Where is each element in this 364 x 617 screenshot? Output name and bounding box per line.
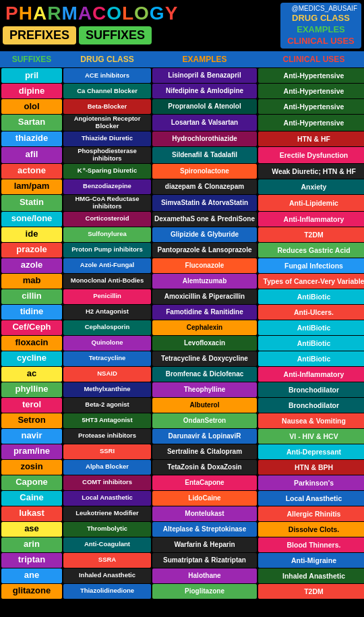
drug-class-cell: Alpha Blocker: [63, 460, 151, 475]
drug-class-cell: Inhaled Anasthetic: [63, 568, 151, 583]
table-row: lukastLeukotriene ModifierMontelukastAll…: [1, 506, 363, 521]
drug-class-cell: Thrombolytic: [63, 522, 151, 537]
th-clinical: CLINICAL USES: [258, 53, 364, 65]
drug-class-cell: Penicillin: [63, 289, 151, 304]
drug-class-cell: H2 Antagonist: [63, 305, 151, 320]
table-row: floxacinQuinoloneLevofloxacinAntiBiotic: [1, 336, 363, 351]
table-row: terolBeta-2 agonistAlbuterolBronchodilat…: [1, 398, 363, 413]
clinical-cell: HTN & BPH: [258, 460, 364, 475]
clinical-cell: Anti-Hypertensive: [258, 68, 364, 83]
clinical-cell: Anti-Hypertensive: [258, 99, 364, 114]
table-row: navirProtease inhibitorsDarunavir & Lopi…: [1, 429, 363, 444]
suffix-cell: ac: [1, 367, 62, 382]
suffix-cell: arin: [1, 537, 62, 552]
drug-class-cell: Ca Channel Blocker: [63, 84, 151, 98]
suffix-cell: Capone: [1, 475, 62, 490]
logo-text: @MEDICS_ABUSAIF: [284, 5, 357, 12]
suffix-cell: afil: [1, 147, 62, 163]
suffix-cell: cillin: [1, 289, 62, 304]
table-header: SUFFIXES DRUG CLASS EXAMPLES CLINICAL US…: [0, 51, 364, 67]
suffix-cell: lukast: [1, 506, 62, 521]
example-cell: Cephalexin: [152, 320, 257, 335]
clinical-cell: Inhaled Anasthetic: [258, 568, 364, 583]
drug-class-cell: Protease inhibitors: [63, 429, 151, 444]
suffix-cell: Sartan: [1, 115, 62, 131]
drug-class-cell: Leukotriene Modifier: [63, 506, 151, 521]
example-cell: Sumatriptan & Rizatriptan: [152, 553, 257, 568]
suffix-cell: navir: [1, 429, 62, 444]
suffix-cell: ane: [1, 568, 62, 583]
table-row: prazoleProton Pump inhibitorsPantoprazol…: [1, 243, 363, 258]
clinical-cell: VI - HIV & HCV: [258, 429, 364, 444]
example-cell: diazepam & Clonazepam: [152, 179, 257, 194]
examples-header: EXAMPLES: [284, 24, 357, 35]
drug-class-header: DRUG CLASS: [284, 12, 357, 24]
drug-class-cell: Corticosteroid: [63, 212, 151, 227]
header: PHARMACOLOGY PREFIXES SUFFIXES @MEDICS_A…: [0, 0, 364, 50]
suffix-cell: pril: [1, 68, 62, 83]
suffix-cell: prazole: [1, 243, 62, 258]
example-cell: Bromfenac & Diclofenac: [152, 367, 257, 382]
table-body: prilACE inhibitorsLisinopril & Benazapri…: [0, 67, 364, 599]
clinical-cell: Anti-Hypertensive: [258, 115, 364, 131]
clinical-cell: Fungal Infections: [258, 258, 364, 273]
drug-class-cell: Thiazide Diuretic: [63, 131, 151, 146]
clinical-cell: Bronchodilator: [258, 398, 364, 413]
drug-class-cell: Tetracycline: [63, 351, 151, 366]
example-cell: Sertraline & Citalopram: [152, 444, 257, 459]
table-row: phyllineMethylxanthineTheophyllineBronch…: [1, 382, 363, 397]
suffix-cell: azole: [1, 258, 62, 273]
clinical-cell: AntiBiotic: [258, 320, 364, 335]
clinical-cell: Reduces Gastric Acid: [258, 243, 364, 258]
drug-class-cell: Thiazolidinedione: [63, 584, 151, 599]
clinical-cell: Anti-Ulcers.: [258, 305, 364, 320]
table-row: sone/loneCorticosteroidDexamethaS one & …: [1, 212, 363, 227]
example-cell: Spironolactone: [152, 164, 257, 179]
suffix-cell: olol: [1, 99, 62, 114]
example-cell: Famotidine & Ranitidine: [152, 305, 257, 320]
table-row: actoneK⁺-Sparing DiureticSpironolactoneW…: [1, 164, 363, 179]
table-row: acNSAIDBromfenac & DiclofenacAnti-Inflam…: [1, 367, 363, 382]
example-cell: Albuterol: [152, 398, 257, 413]
example-cell: EntaCapone: [152, 475, 257, 490]
clinical-cell: T2DM: [258, 584, 364, 599]
suffix-cell: tidine: [1, 305, 62, 320]
drug-class-cell: Anti-Coagulant: [63, 537, 151, 552]
suffix-cell: dipine: [1, 84, 62, 98]
table-row: triptanSSRASumatriptan & RizatriptanAnti…: [1, 553, 363, 568]
table-row: ideSulfonylureaGlipizide & GlyburideT2DM: [1, 227, 363, 242]
clinical-cell: Anti-Lipidemic: [258, 195, 364, 211]
suffix-cell: lam/pam: [1, 179, 62, 194]
clinical-cell: Parkinson's: [258, 475, 364, 490]
clinical-cell: Erectile Dysfunction: [258, 147, 364, 163]
example-cell: Pantoprazole & Lansoprazole: [152, 243, 257, 258]
drug-class-cell: Proton Pump inhibitors: [63, 243, 151, 258]
drug-class-cell: Sulfonylurea: [63, 227, 151, 242]
table-row: SartanAngiotensin Receptor BlockerLosart…: [1, 115, 363, 131]
table-row: pram/ineSSRISertraline & CitalopramAnti-…: [1, 444, 363, 459]
table-row: thiazideThiazide DiureticHydrochlorothia…: [1, 131, 363, 146]
clinical-cell: Bronchodilator: [258, 382, 364, 397]
suffix-cell: ide: [1, 227, 62, 242]
example-cell: Sildenafil & Tadalafil: [152, 147, 257, 163]
drug-class-cell: Methylxanthine: [63, 382, 151, 397]
clinical-cell: Anti-Inflammatory: [258, 212, 364, 227]
drug-class-cell: Angiotensin Receptor Blocker: [63, 115, 151, 131]
clinical-cell: Anti-Migraine: [258, 553, 364, 568]
header-left: PHARMACOLOGY PREFIXES SUFFIXES: [3, 3, 278, 49]
suffix-cell: sone/lone: [1, 212, 62, 227]
table-row: azoleAzole Anti-FungalFluconazoleFungal …: [1, 258, 363, 273]
drug-class-cell: HMG-CoA Reductase inhibitors: [63, 195, 151, 211]
drug-class-cell: Monoclonal Anti-Bodies: [63, 274, 151, 289]
clinical-cell: Blood Thinners.: [258, 537, 364, 552]
table-row: CaineLocal AnastheticLidoCaineLocal Anas…: [1, 491, 363, 506]
table-row: Setron5HT3 AntagonistOndanSetronNausea &…: [1, 413, 363, 428]
drug-class-cell: Beta-2 agonist: [63, 398, 151, 413]
header-sub: PREFIXES SUFFIXES: [3, 26, 278, 45]
example-cell: DexamethaS one & PredniSone: [152, 212, 257, 227]
drug-class-cell: Local Anasthetic: [63, 491, 151, 506]
table-row: tidineH2 AntagonistFamotidine & Ranitidi…: [1, 305, 363, 320]
example-cell: LidoCaine: [152, 491, 257, 506]
suffix-cell: Statin: [1, 195, 62, 211]
th-suffixes: SUFFIXES: [1, 53, 62, 65]
